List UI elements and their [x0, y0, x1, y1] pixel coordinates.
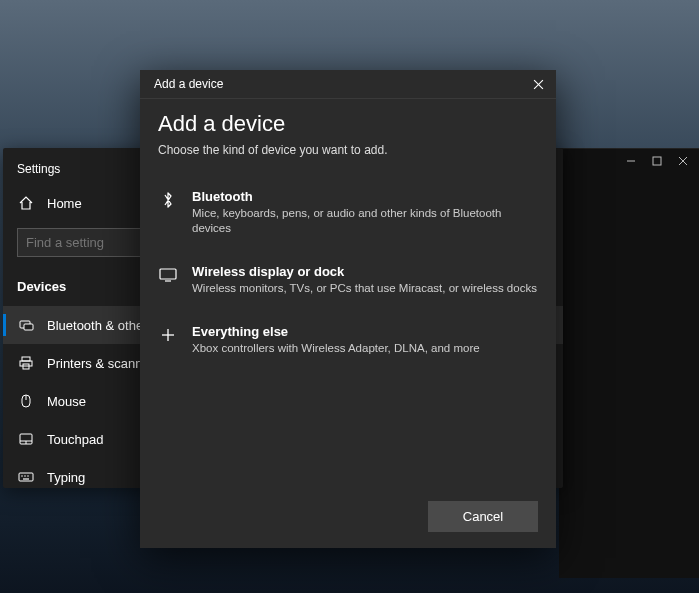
svg-rect-14	[19, 473, 33, 481]
dialog-heading: Add a device	[158, 111, 538, 137]
option-wireless-display[interactable]: Wireless display or dock Wireless monito…	[158, 254, 538, 314]
keyboard-icon	[17, 468, 35, 486]
close-button[interactable]	[530, 76, 546, 92]
close-icon[interactable]	[677, 155, 689, 167]
touchpad-icon	[17, 430, 35, 448]
mouse-icon	[17, 392, 35, 410]
dialog-title: Add a device	[154, 77, 223, 91]
option-title: Wireless display or dock	[192, 264, 537, 279]
plus-icon	[158, 326, 178, 344]
dialog-subheading: Choose the kind of device you want to ad…	[158, 143, 538, 157]
home-icon	[17, 194, 35, 212]
option-bluetooth[interactable]: Bluetooth Mice, keyboards, pens, or audi…	[158, 179, 538, 254]
sidebar-item-label: Typing	[47, 470, 85, 485]
option-everything-else[interactable]: Everything else Xbox controllers with Wi…	[158, 314, 538, 374]
bluetooth-devices-icon	[17, 316, 35, 334]
option-title: Everything else	[192, 324, 480, 339]
cancel-button[interactable]: Cancel	[428, 501, 538, 532]
svg-rect-1	[653, 157, 661, 165]
svg-rect-5	[24, 324, 33, 330]
add-device-dialog: Add a device Add a device Choose the kin…	[140, 70, 556, 548]
maximize-icon[interactable]	[651, 155, 663, 167]
sidebar-item-label: Home	[47, 196, 82, 211]
sidebar-item-label: Touchpad	[47, 432, 103, 447]
minimize-icon[interactable]	[625, 155, 637, 167]
printer-icon	[17, 354, 35, 372]
background-window	[559, 148, 699, 578]
svg-rect-21	[160, 269, 176, 279]
bluetooth-icon	[158, 191, 178, 209]
option-desc: Wireless monitors, TVs, or PCs that use …	[192, 281, 537, 296]
display-icon	[158, 266, 178, 284]
sidebar-item-label: Mouse	[47, 394, 86, 409]
option-title: Bluetooth	[192, 189, 538, 204]
svg-rect-6	[22, 357, 30, 361]
option-desc: Mice, keyboards, pens, or audio and othe…	[192, 206, 538, 236]
dialog-titlebar: Add a device	[140, 70, 556, 99]
option-desc: Xbox controllers with Wireless Adapter, …	[192, 341, 480, 356]
